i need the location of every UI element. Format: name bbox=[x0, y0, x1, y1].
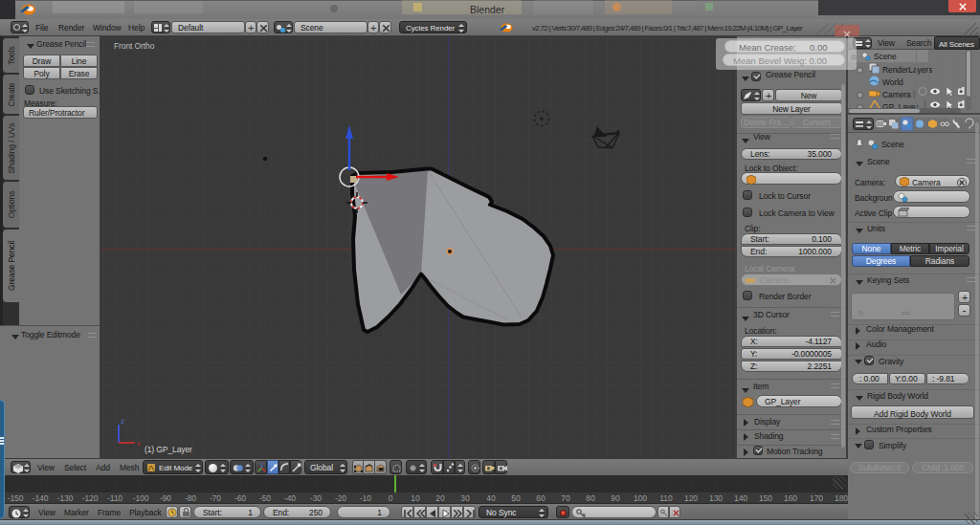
svg-text:z: z bbox=[121, 417, 124, 426]
svg-text:x: x bbox=[137, 439, 141, 448]
